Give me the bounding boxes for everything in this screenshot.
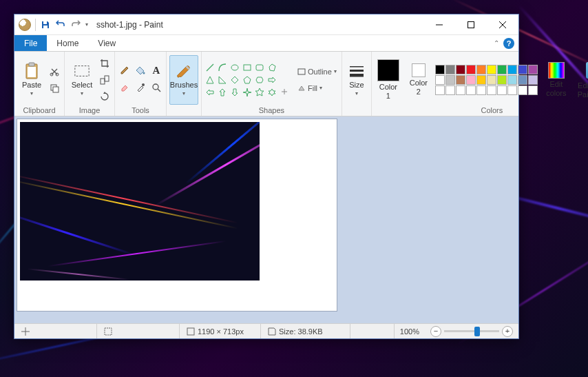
shape-oval-icon[interactable] [229,62,240,73]
color-swatch[interactable] [456,85,465,95]
zoom-slider[interactable]: − + [425,326,518,337]
canvas-area[interactable] [14,116,518,323]
copy-icon[interactable] [48,81,61,95]
brushes-button[interactable]: Brushes ▾ [169,55,198,105]
help-icon[interactable]: ? [503,38,514,49]
size-button[interactable]: Size ▾ [345,55,368,105]
shape-star4-icon[interactable] [242,87,253,98]
pencil-icon[interactable] [118,63,132,77]
zoom-percent: 100% [395,327,425,336]
shape-star5-icon[interactable] [254,87,265,98]
color-swatch[interactable] [466,75,476,85]
svg-rect-23 [105,328,112,335]
color1-swatch [377,59,399,81]
tab-file[interactable]: File [14,35,47,51]
color-swatch[interactable] [528,75,538,85]
minimize-button[interactable] [423,14,455,35]
color-swatch[interactable] [518,75,527,85]
color-swatch[interactable] [518,85,527,95]
paste-button[interactable]: Paste ▾ [17,55,46,105]
resize-icon[interactable] [98,73,112,87]
color-swatch[interactable] [435,65,445,74]
group-brushes: Brushes ▾ x [167,52,202,116]
shape-arrow-up-icon[interactable] [217,87,228,98]
color-swatch[interactable] [528,85,538,95]
maximize-button[interactable] [455,14,487,35]
eraser-icon[interactable] [118,81,132,94]
paint3d-button[interactable]: Edit with Paint 3D [575,55,588,105]
shape-fill-button[interactable]: Fill ▾ [295,81,339,95]
color-swatch[interactable] [487,85,496,95]
color2-button[interactable]: Color 2 [406,55,431,105]
shape-arrow-left-icon[interactable] [204,87,216,98]
color-swatch[interactable] [456,65,465,74]
undo-icon[interactable] [55,19,66,30]
color-swatch[interactable] [456,75,465,85]
save-icon[interactable] [40,19,51,30]
shape-curve-icon[interactable] [217,62,228,73]
zoom-track[interactable] [444,330,499,332]
shape-triangle-icon[interactable] [204,74,216,85]
shape-roundrect-icon[interactable] [254,62,265,73]
tab-home[interactable]: Home [47,35,88,51]
qat-dropdown-icon[interactable]: ▾ [85,21,88,28]
close-button[interactable] [487,14,518,35]
color-swatch[interactable] [466,85,476,95]
collapse-ribbon-icon[interactable]: ⌃ [494,39,499,47]
shape-arrow-right-icon[interactable] [266,74,277,85]
shapes-more-icon[interactable] [279,87,290,98]
shape-diamond-icon[interactable] [229,74,240,85]
color-swatch[interactable] [476,85,486,95]
zoom-out-button[interactable]: − [430,326,441,337]
color-swatch[interactable] [507,85,517,95]
crop-icon[interactable] [98,57,112,70]
color-swatch[interactable] [466,65,476,74]
shape-arrow-down-icon[interactable] [229,87,240,98]
edit-colors-button[interactable]: Edit colors [542,55,571,105]
color-swatch[interactable] [507,75,517,85]
paint3d-label: Edit with Paint 3D [578,81,588,98]
color-swatch[interactable] [528,65,538,74]
color-swatch[interactable] [487,75,496,85]
shape-star6-icon[interactable] [266,87,277,98]
svg-rect-4 [29,63,34,66]
cut-icon[interactable] [48,65,61,79]
color-swatch[interactable] [497,65,507,74]
zoom-in-button[interactable]: + [502,326,513,337]
magnifier-icon[interactable] [149,81,163,94]
paint-window: ▾ sshot-1.jpg - Paint File Home View ⌃ ? [14,14,519,339]
zoom-thumb[interactable] [474,327,480,336]
shape-outline-button[interactable]: Outline ▾ [295,65,339,79]
shapes-gallery[interactable] [204,62,290,98]
shape-pentagon-icon[interactable] [242,74,253,85]
color-swatch[interactable] [487,65,496,74]
color-swatch[interactable] [476,65,486,74]
color-swatch[interactable] [497,85,507,95]
color-swatch[interactable] [435,75,445,85]
fill-icon[interactable] [134,63,147,77]
text-icon[interactable]: A [149,63,163,77]
color-swatch[interactable] [518,65,527,74]
select-button[interactable]: Select ▾ [67,55,96,105]
canvas[interactable] [17,119,337,311]
tab-view[interactable]: View [88,35,125,51]
redo-icon[interactable] [70,19,81,30]
shape-hexagon-icon[interactable] [254,74,265,85]
group-image-label: Image [67,106,112,116]
shape-rtriangle-icon[interactable] [217,74,228,85]
paint3d-icon [584,61,588,80]
color-swatch[interactable] [497,75,507,85]
chevron-down-icon: ▾ [355,90,358,96]
color-swatch[interactable] [445,85,455,95]
color-swatch[interactable] [445,75,455,85]
color-swatch[interactable] [435,85,445,95]
shape-line-icon[interactable] [204,62,216,73]
color-swatch[interactable] [476,75,486,85]
shape-rect-icon[interactable] [242,62,253,73]
color1-button[interactable]: Color 1 [375,55,402,105]
shape-polygon-icon[interactable] [266,62,277,73]
picker-icon[interactable] [134,81,147,94]
rotate-icon[interactable] [98,90,112,103]
color-swatch[interactable] [445,65,455,74]
color-swatch[interactable] [507,65,517,74]
